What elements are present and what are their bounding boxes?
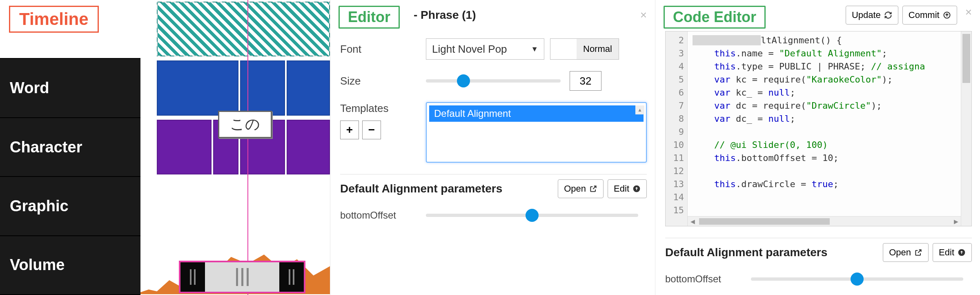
- code-content[interactable]: ltAlignment() { this.name = "Default Ali…: [688, 31, 961, 226]
- scroll-handle-right[interactable]: [279, 262, 304, 292]
- track-label-character[interactable]: Character: [0, 118, 140, 177]
- arrow-up-circle-icon: [633, 185, 641, 193]
- templates-label: Templates: [340, 102, 426, 115]
- code-gutter: 2 3 4 5 6 7 8 9 10 11 12 13 14 15: [666, 31, 688, 226]
- bottomoffset-slider[interactable]: [426, 214, 638, 217]
- commit-button-label: Commit: [909, 10, 940, 20]
- edit-button-label: Edit: [939, 247, 954, 258]
- template-remove-button[interactable]: −: [362, 121, 381, 139]
- editor-badge: Editor: [339, 6, 400, 29]
- code-vscrollbar[interactable]: [961, 31, 971, 226]
- clip-word[interactable]: [157, 60, 238, 115]
- size-slider-thumb[interactable]: [457, 74, 470, 87]
- commit-button[interactable]: Commit: [902, 6, 957, 25]
- size-label: Size: [340, 75, 426, 87]
- clip-phrase[interactable]: [157, 2, 330, 56]
- editor-title-suffix: - Phrase (1): [414, 9, 476, 22]
- template-item[interactable]: Default Alignment: [429, 105, 644, 122]
- clip-word[interactable]: [287, 60, 330, 115]
- size-input[interactable]: 32: [570, 71, 601, 91]
- upload-icon: [943, 11, 951, 19]
- vscroll-thumb[interactable]: [962, 34, 970, 83]
- external-link-icon: [914, 248, 922, 257]
- size-slider[interactable]: [426, 79, 561, 83]
- code-hscrollbar[interactable]: ◀ ▶: [688, 216, 961, 226]
- templates-list[interactable]: Default Alignment ▲: [426, 102, 647, 163]
- open-button-label: Open: [564, 183, 586, 194]
- edit-button[interactable]: Edit: [608, 179, 647, 198]
- track-label-graphic[interactable]: Graphic: [0, 177, 140, 236]
- scroll-thumb[interactable]: [205, 262, 279, 292]
- track-row-graphic[interactable]: [140, 177, 330, 236]
- font-style-normal[interactable]: Normal: [577, 39, 619, 59]
- bottomoffset-label: bottomOffset: [665, 273, 751, 285]
- open-button[interactable]: Open: [883, 243, 929, 262]
- scroll-left-icon[interactable]: ◀: [688, 218, 697, 225]
- bottomoffset-label: bottomOffset: [340, 210, 426, 221]
- timeline-panel: Timeline Word Character Graphic Volume: [0, 0, 330, 295]
- template-add-button[interactable]: +: [340, 121, 359, 139]
- clip-char[interactable]: [287, 120, 330, 174]
- update-button-label: Update: [852, 10, 881, 20]
- font-select[interactable]: Light Novel Pop ▼: [426, 38, 544, 60]
- font-style-option[interactable]: [550, 39, 577, 59]
- font-label: Font: [340, 43, 426, 56]
- edit-button[interactable]: Edit: [933, 243, 972, 262]
- code-area[interactable]: 2 3 4 5 6 7 8 9 10 11 12 13 14 15 ltAlig…: [665, 31, 972, 226]
- open-button[interactable]: Open: [558, 179, 604, 198]
- track-label-word[interactable]: Word: [0, 59, 140, 118]
- bottomoffset-slider-thumb[interactable]: [526, 209, 539, 222]
- bottomoffset-slider[interactable]: [751, 277, 963, 281]
- close-icon[interactable]: ×: [965, 6, 972, 25]
- scroll-up-icon[interactable]: ▲: [635, 105, 644, 114]
- font-style-toggle[interactable]: Normal: [550, 38, 619, 60]
- scroll-right-icon[interactable]: ▶: [951, 218, 961, 225]
- track-row-character[interactable]: この: [140, 118, 330, 177]
- track-area[interactable]: この: [140, 0, 330, 295]
- chevron-down-icon: ▼: [531, 45, 538, 54]
- editor-panel: Editor - Phrase (1) × Font Light Novel P…: [330, 0, 655, 295]
- refresh-icon: [884, 11, 892, 19]
- clip-char[interactable]: [157, 120, 212, 174]
- timeline-scrollbar[interactable]: [179, 261, 305, 293]
- close-icon[interactable]: ×: [640, 9, 647, 22]
- arrow-up-circle-icon: [958, 248, 966, 257]
- external-link-icon: [589, 185, 597, 193]
- clip-tooltip: この: [218, 111, 272, 138]
- track-row-word[interactable]: [140, 59, 330, 118]
- params-title: Default Alignment parameters: [665, 246, 827, 259]
- edit-button-label: Edit: [614, 183, 629, 194]
- update-button[interactable]: Update: [846, 6, 898, 25]
- playhead[interactable]: [247, 0, 248, 295]
- code-editor-panel: Code Editor Update Commit × 2 3 4 5 6: [655, 0, 980, 295]
- params-title: Default Alignment parameters: [340, 182, 502, 195]
- track-label-volume[interactable]: Volume: [0, 236, 140, 295]
- bottomoffset-slider-thumb[interactable]: [851, 273, 864, 286]
- timeline-badge: Timeline: [9, 6, 99, 33]
- templates-scrollbar[interactable]: ▲: [635, 105, 644, 159]
- font-select-value: Light Novel Pop: [432, 43, 507, 56]
- open-button-label: Open: [889, 247, 911, 258]
- hscroll-thumb[interactable]: [699, 218, 830, 225]
- clip-word[interactable]: [240, 60, 285, 115]
- track-row-phrase[interactable]: [140, 0, 330, 59]
- code-editor-badge: Code Editor: [664, 6, 766, 29]
- timeline-header: Timeline: [0, 0, 140, 59]
- scroll-handle-left[interactable]: [180, 262, 205, 292]
